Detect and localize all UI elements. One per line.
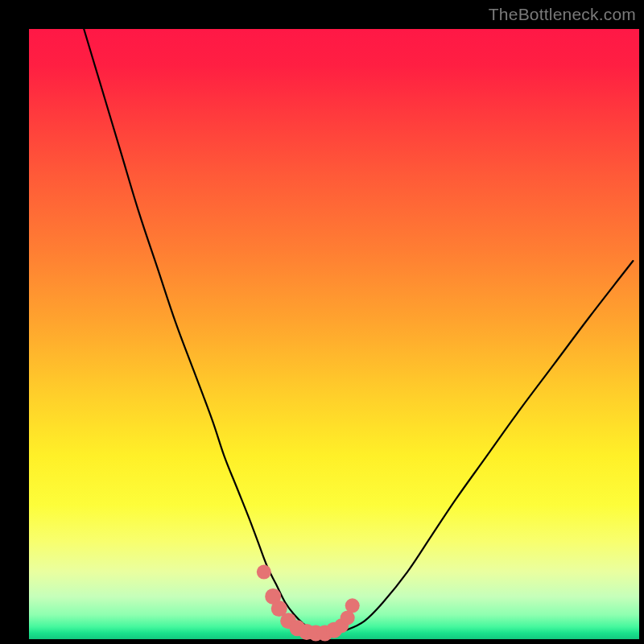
marker-dot [345,598,360,613]
chart-frame: TheBottleneck.com [0,0,644,644]
chart-svg [29,29,639,639]
marker-dot [257,565,271,580]
bottleneck-curve [84,29,633,634]
plot-area [29,29,639,639]
watermark-text: TheBottleneck.com [489,5,636,24]
